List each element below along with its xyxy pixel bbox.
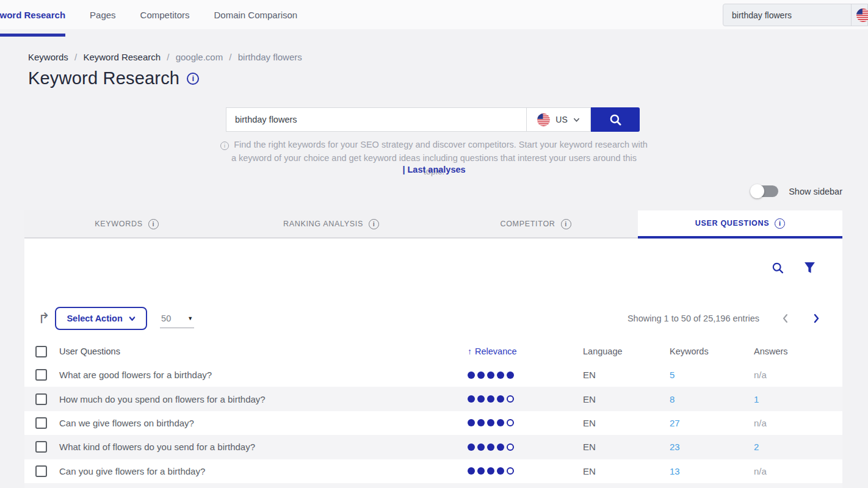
info-icon[interactable]: i — [369, 219, 379, 229]
breadcrumb-keywords[interactable]: Keywords — [28, 52, 68, 62]
row-checkbox[interactable] — [35, 417, 47, 429]
breadcrumb-keyword-research[interactable]: Keyword Research — [83, 52, 161, 62]
relevance-dot-filled — [487, 419, 494, 426]
title-info-icon[interactable]: i — [187, 73, 199, 85]
info-icon[interactable]: i — [561, 219, 571, 229]
relevance-dot-filled — [487, 395, 494, 403]
relevance-dot-filled — [468, 395, 475, 403]
tab-user-questions[interactable]: USER QUESTIONS i — [638, 210, 842, 239]
country-select[interactable]: US — [526, 107, 591, 132]
relevance-dots — [468, 395, 514, 403]
answers-value[interactable]: 2 — [754, 442, 759, 452]
column-header-user-questions[interactable]: User Questions — [59, 346, 446, 356]
info-icon: i — [220, 142, 229, 150]
question-text: How much do you spend on flowers for a b… — [59, 394, 446, 404]
keywords-link[interactable]: 27 — [670, 418, 680, 428]
nav-item-domain-comparison[interactable]: Domain Comparison — [214, 0, 297, 29]
relevance-dots — [468, 467, 514, 475]
relevance-dot-filled — [487, 371, 494, 379]
question-text: What are good flowers for a birthday? — [59, 370, 446, 380]
tab-competitor[interactable]: COMPETITOR i — [433, 210, 638, 239]
language-value: EN — [559, 370, 644, 380]
nav-item-keyword-research[interactable]: Keyword Research — [0, 0, 65, 29]
nav-item-pages[interactable]: Pages — [90, 0, 116, 29]
pagination-next-icon[interactable] — [812, 314, 820, 323]
column-header-language[interactable]: Language — [559, 346, 644, 356]
pagination-prev-icon[interactable] — [781, 314, 789, 323]
keywords-link[interactable]: 13 — [670, 466, 680, 476]
select-action-button[interactable]: Select Action — [55, 307, 147, 330]
breadcrumb-separator: / — [74, 52, 77, 62]
column-header-keywords[interactable]: Keywords — [644, 346, 728, 356]
tab-keywords[interactable]: KEYWORDS i — [24, 210, 229, 239]
breadcrumb-domain[interactable]: google.com — [176, 52, 223, 62]
relevance-dot-filled — [477, 371, 485, 379]
export-icon[interactable]: ↱ — [38, 311, 50, 326]
language-value: EN — [559, 394, 644, 404]
select-action-label: Select Action — [67, 314, 122, 323]
row-checkbox[interactable] — [35, 369, 47, 381]
sort-asc-icon: ↑ — [468, 346, 472, 356]
keywords-link[interactable]: 8 — [670, 394, 675, 404]
column-header-label: Relevance — [475, 346, 517, 356]
divider — [851, 4, 852, 26]
language-value: EN — [559, 418, 644, 428]
tab-label: COMPETITOR — [500, 220, 555, 228]
relevance-dot-filled — [477, 443, 485, 451]
topbar-search-input[interactable] — [723, 10, 851, 20]
filter-icon[interactable] — [804, 262, 816, 274]
relevance-dot-filled — [497, 395, 504, 403]
breadcrumb-keyword: birthday flowers — [238, 52, 302, 62]
answers-value[interactable]: 1 — [754, 394, 759, 404]
select-all-checkbox[interactable] — [35, 346, 47, 357]
relevance-dot-hollow — [507, 419, 514, 426]
row-checkbox[interactable] — [35, 393, 47, 405]
relevance-dot-filled — [497, 443, 504, 451]
toggle-knob — [750, 184, 764, 198]
relevance-dot-filled — [497, 371, 504, 379]
show-sidebar-label: Show sidebar — [789, 187, 842, 196]
results-tabs: KEYWORDS i RANKING ANALYSIS i COMPETITOR… — [24, 210, 842, 239]
relevance-dot-hollow — [507, 443, 514, 451]
showing-entries-text: Showing 1 to 50 of 25,196 entries — [627, 314, 759, 323]
question-text: Can we give flowers on birthday? — [59, 418, 446, 428]
table-header: User Questions ↑ Relevance Language Keyw… — [24, 340, 842, 363]
column-header-relevance[interactable]: ↑ Relevance — [468, 346, 517, 356]
answers-value: n/a — [754, 370, 767, 380]
page-title: Keyword Research — [28, 68, 179, 88]
question-text: What kind of flowers do you send for a b… — [59, 442, 446, 452]
next-row-partial — [24, 483, 842, 488]
tab-label: USER QUESTIONS — [695, 219, 770, 228]
keywords-link[interactable]: 5 — [670, 370, 675, 380]
nav-item-label: Keyword Research — [0, 10, 65, 20]
table-search-icon[interactable] — [772, 262, 784, 274]
relevance-dot-filled — [487, 443, 494, 451]
info-icon[interactable]: i — [148, 219, 159, 229]
relevance-dot-filled — [468, 443, 475, 451]
relevance-dot-filled — [468, 419, 475, 426]
chevron-down-icon — [573, 117, 580, 123]
keyword-search-bar: US — [226, 107, 640, 132]
tab-label: KEYWORDS — [95, 220, 143, 228]
relevance-dot-filled — [468, 467, 475, 475]
language-value: EN — [559, 466, 644, 476]
nav-item-competitors[interactable]: Competitors — [140, 0, 190, 29]
tab-ranking-analysis[interactable]: RANKING ANALYSIS i — [229, 210, 433, 239]
search-button[interactable] — [591, 107, 640, 132]
table-row: What kind of flowers do you send for a b… — [24, 435, 842, 459]
top-navigation: Keyword Research Pages Competitors Domai… — [0, 0, 868, 29]
row-checkbox[interactable] — [35, 465, 47, 477]
relevance-dot-filled — [477, 395, 485, 403]
page-size-select[interactable]: 50 ▼ — [160, 309, 194, 328]
keywords-link[interactable]: 23 — [670, 442, 680, 452]
info-icon[interactable]: i — [775, 218, 785, 229]
nav-item-label: Competitors — [140, 10, 190, 20]
show-sidebar-toggle[interactable] — [751, 185, 778, 197]
last-analyses-link[interactable]: | Last analyses — [220, 165, 648, 174]
column-header-answers[interactable]: Answers — [728, 346, 842, 356]
keyword-search-input[interactable] — [226, 107, 526, 132]
chevron-down-icon — [129, 315, 136, 322]
relevance-dot-filled — [477, 467, 485, 475]
row-checkbox[interactable] — [35, 441, 47, 453]
table-row: Can you give flowers for a birthday? EN … — [24, 459, 842, 483]
